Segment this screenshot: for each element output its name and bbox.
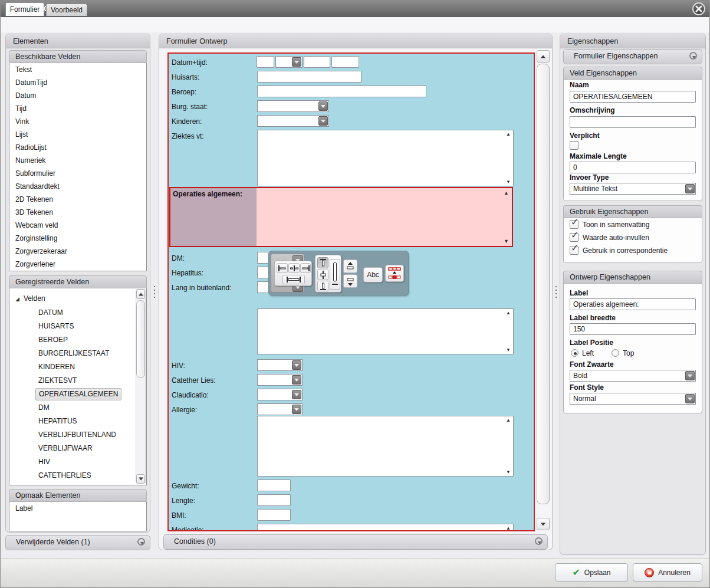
textarea-field[interactable]: ▲▼: [257, 524, 514, 531]
tree-item-beroep[interactable]: BEROEP: [35, 334, 71, 346]
available-field-item[interactable]: Datum: [9, 89, 146, 102]
align-left-button[interactable]: [277, 263, 288, 273]
chevron-down-icon[interactable]: [292, 375, 301, 385]
scroll-down-icon[interactable]: ▼: [504, 238, 509, 244]
available-field-item[interactable]: RadioLijst: [9, 141, 146, 154]
tree-item-hepatitus[interactable]: HEPATITUS: [35, 415, 80, 428]
merge-row-button[interactable]: [385, 265, 404, 282]
available-field-item[interactable]: Webcam veld: [9, 219, 146, 232]
textarea-field[interactable]: ▲▼: [257, 416, 514, 477]
maximale-lengte-input[interactable]: 0: [570, 162, 696, 173]
tree-item-huisarts[interactable]: HUISARTS: [35, 320, 77, 333]
tree-item-burgerlijkestaat[interactable]: BURGERLIJKESTAAT: [35, 347, 112, 360]
field-combobox[interactable]: [275, 56, 303, 68]
left-splitter-handle[interactable]: [153, 286, 156, 298]
verplicht-checkbox[interactable]: [570, 141, 578, 150]
text-field-input[interactable]: [257, 479, 291, 491]
align-bottom-button[interactable]: [317, 281, 328, 291]
chevron-down-icon[interactable]: [292, 57, 301, 67]
tree-item-datum[interactable]: DATUM: [35, 307, 66, 319]
canvas-scroll-thumb[interactable]: [537, 64, 550, 504]
chevron-down-icon[interactable]: [318, 101, 328, 111]
field-combobox[interactable]: [257, 374, 303, 386]
chevron-down-icon[interactable]: [292, 360, 301, 370]
removed-fields-bar[interactable]: Verwijderde Velden (1): [5, 535, 150, 550]
datetime-part-input[interactable]: [257, 56, 274, 68]
font-style-select[interactable]: Normal: [570, 393, 696, 405]
available-field-item[interactable]: Vink: [9, 115, 146, 128]
available-field-item[interactable]: Zorgverzekeraar: [9, 245, 146, 258]
scroll-up-icon[interactable]: ▲: [506, 310, 511, 316]
usage-checkbox-2[interactable]: ✓: [570, 233, 578, 242]
available-field-item[interactable]: Numeriek: [9, 154, 146, 167]
available-field-item[interactable]: 3D Tekenen: [9, 206, 146, 219]
stretch-height-button[interactable]: [330, 259, 340, 290]
tree-root-velden[interactable]: ◢Velden: [15, 292, 45, 305]
tree-scroll-down[interactable]: [136, 474, 145, 484]
layout-element-item[interactable]: Label: [9, 502, 146, 515]
text-field-input[interactable]: [257, 494, 291, 506]
omschrijving-input[interactable]: [570, 116, 696, 128]
tree-scroll-thumb[interactable]: [136, 300, 145, 378]
available-field-item[interactable]: 2D Tekenen: [9, 193, 146, 206]
field-combobox[interactable]: [257, 389, 303, 400]
scroll-down-icon[interactable]: ▼: [506, 347, 511, 353]
positie-radio-left[interactable]: [571, 349, 578, 357]
naam-input[interactable]: OPERATIESALGEMEEN: [570, 91, 696, 103]
text-field-input[interactable]: [257, 86, 426, 97]
chevron-down-icon[interactable]: [292, 405, 301, 414]
conditions-bar[interactable]: Condities (0): [163, 534, 548, 550]
chevron-down-icon[interactable]: [292, 390, 301, 399]
available-field-item[interactable]: Standaardtekt: [9, 180, 146, 193]
scroll-up-icon[interactable]: ▲: [506, 132, 511, 137]
expand-down-icon[interactable]: [137, 538, 145, 546]
text-field-input[interactable]: [257, 509, 291, 521]
available-field-item[interactable]: Lijst: [9, 128, 146, 141]
label-breedte-input[interactable]: 150: [570, 323, 696, 335]
available-field-item[interactable]: Tekst: [9, 63, 146, 76]
field-combobox[interactable]: [257, 359, 303, 371]
move-up-button[interactable]: [343, 259, 357, 273]
scroll-up-icon[interactable]: ▲: [506, 418, 511, 423]
tree-item-catetherlies[interactable]: CATETHERLIES: [35, 469, 94, 482]
tree-expander-icon[interactable]: ◢: [15, 293, 19, 306]
tree-scroll-up[interactable]: [136, 290, 145, 299]
selected-field-row[interactable]: Operaties algemeen:▲▼: [169, 187, 513, 247]
chevron-down-icon[interactable]: [685, 184, 695, 193]
close-button[interactable]: [692, 2, 705, 15]
available-field-item[interactable]: Zorgverlener: [9, 258, 146, 271]
available-field-item[interactable]: Zorginstelling: [9, 232, 146, 245]
tree-item-kinderen[interactable]: KINDEREN: [35, 361, 78, 373]
tree-item-ziektesvt[interactable]: ZIEKTESVT: [35, 375, 80, 387]
tree-item-verblijfwaar[interactable]: VERBLIJFWAAR: [35, 442, 96, 455]
chevron-down-icon[interactable]: [318, 116, 328, 126]
chevron-down-icon[interactable]: [685, 394, 695, 403]
form-properties-bar[interactable]: Formulier Eigenschappen: [563, 49, 702, 64]
field-combobox[interactable]: [257, 115, 329, 127]
positie-radio-top[interactable]: [612, 349, 619, 357]
text-field-input[interactable]: [257, 71, 361, 83]
expand-down-icon[interactable]: [535, 537, 543, 545]
usage-checkbox-3[interactable]: ✓: [570, 246, 578, 255]
expand-down-icon[interactable]: [689, 52, 697, 60]
chevron-down-icon[interactable]: [685, 371, 695, 380]
form-canvas[interactable]: Datum+tijd:Huisarts:Beroep:Burg. staat:K…: [167, 52, 535, 531]
invoer-type-select[interactable]: Multiline Tekst: [570, 183, 696, 195]
textarea-field[interactable]: ▲▼: [257, 308, 514, 354]
scroll-down-icon[interactable]: ▼: [506, 179, 511, 185]
datetime-part-input[interactable]: [331, 56, 359, 68]
align-center-button[interactable]: [288, 263, 300, 273]
align-right-button[interactable]: [300, 263, 311, 273]
scroll-up-icon[interactable]: ▲: [504, 190, 509, 196]
datetime-part-input[interactable]: [304, 56, 330, 68]
scroll-down-icon[interactable]: ▼: [506, 469, 511, 475]
tree-item-operatiesalgemeen[interactable]: OPERATIESALGEMEEN: [35, 388, 121, 400]
field-combobox[interactable]: [257, 403, 303, 415]
stretch-width-button[interactable]: [282, 275, 305, 284]
available-field-item[interactable]: DatumTijd: [9, 76, 146, 89]
field-combobox[interactable]: [257, 100, 329, 112]
usage-checkbox-1[interactable]: ✓: [570, 220, 578, 229]
textarea-field[interactable]: ▲▼: [257, 130, 514, 186]
tab-formulier[interactable]: Formulier: [5, 2, 44, 16]
font-zwaarte-select[interactable]: Bold: [570, 370, 696, 382]
